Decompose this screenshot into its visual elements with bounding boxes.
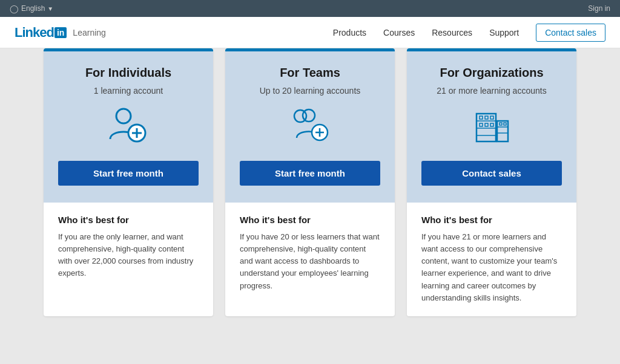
top-bar: ◯ English ▼ Sign in xyxy=(0,0,620,17)
logo: Linkedin Learning xyxy=(15,25,106,41)
language-selector[interactable]: ◯ English ▼ xyxy=(10,4,53,13)
svg-rect-22 xyxy=(500,123,502,125)
best-for-text-individuals: If you are the only learner, and want co… xyxy=(58,231,199,280)
card-subtitle-individuals: 1 learning account xyxy=(94,86,163,96)
best-for-text-organizations: If you have 21 or more learners and want… xyxy=(421,231,562,304)
logo-learning-text: Learning xyxy=(73,28,106,37)
teams-cta-button[interactable]: Start free month xyxy=(240,161,380,186)
nav-support[interactable]: Support xyxy=(489,28,519,37)
card-title-individuals: For Individuals xyxy=(85,66,171,80)
nav-contact-sales-button[interactable]: Contact sales xyxy=(536,24,605,42)
card-title-teams: For Teams xyxy=(280,66,340,80)
signin-link[interactable]: Sign in xyxy=(588,4,610,13)
plan-card-organizations: For Organizations 21 or more learning ac… xyxy=(407,48,576,316)
plan-card-individuals: For Individuals 1 learning account Start… xyxy=(44,48,213,316)
svg-point-0 xyxy=(116,109,131,123)
nav-bar: Linkedin Learning Products Courses Resou… xyxy=(0,17,620,48)
card-top-individuals: For Individuals 1 learning account Start… xyxy=(44,48,213,203)
building-icon xyxy=(467,108,516,144)
linkedin-logo: Linkedin xyxy=(15,25,67,41)
svg-point-5 xyxy=(294,110,306,122)
logo-linked-text: Linked xyxy=(15,25,54,41)
best-for-title-teams: Who it's best for xyxy=(240,215,380,225)
nav-links: Products Courses Resources Support Conta… xyxy=(333,24,605,42)
svg-rect-23 xyxy=(504,123,506,125)
chevron-down-icon: ▼ xyxy=(47,5,53,12)
svg-rect-16 xyxy=(480,123,483,126)
organizations-cta-button[interactable]: Contact sales xyxy=(421,161,562,186)
svg-rect-17 xyxy=(485,123,488,126)
card-subtitle-teams: Up to 20 learning accounts xyxy=(260,86,361,96)
best-for-title-organizations: Who it's best for xyxy=(421,215,562,225)
main-content: For Individuals 1 learning account Start… xyxy=(0,48,620,363)
best-for-text-teams: If you have 20 or less learners that wan… xyxy=(240,231,380,292)
nav-products[interactable]: Products xyxy=(333,28,366,37)
language-label: English xyxy=(21,4,45,13)
nav-resources[interactable]: Resources xyxy=(432,28,472,37)
card-bottom-organizations: Who it's best for If you have 21 or more… xyxy=(407,203,576,316)
people-add-icon xyxy=(286,108,334,144)
cards-container: For Individuals 1 learning account Start… xyxy=(36,48,584,316)
card-top-teams: For Teams Up to 20 learning accounts xyxy=(225,48,395,203)
svg-rect-14 xyxy=(485,116,488,119)
logo-in-text: in xyxy=(54,27,67,38)
svg-rect-18 xyxy=(490,123,493,126)
card-title-organizations: For Organizations xyxy=(440,66,543,80)
svg-rect-15 xyxy=(490,116,493,119)
card-bottom-teams: Who it's best for If you have 20 or less… xyxy=(225,203,395,304)
card-subtitle-organizations: 21 or more learning accounts xyxy=(437,86,546,96)
svg-rect-13 xyxy=(480,116,483,119)
plan-card-teams: For Teams Up to 20 learning accounts xyxy=(225,48,395,316)
individuals-cta-button[interactable]: Start free month xyxy=(58,161,199,186)
globe-icon: ◯ xyxy=(10,4,19,13)
best-for-title-individuals: Who it's best for xyxy=(58,215,199,225)
nav-courses[interactable]: Courses xyxy=(383,28,415,37)
card-bottom-individuals: Who it's best for If you are the only le… xyxy=(44,203,213,292)
person-add-icon xyxy=(104,108,153,144)
card-top-organizations: For Organizations 21 or more learning ac… xyxy=(407,48,576,203)
